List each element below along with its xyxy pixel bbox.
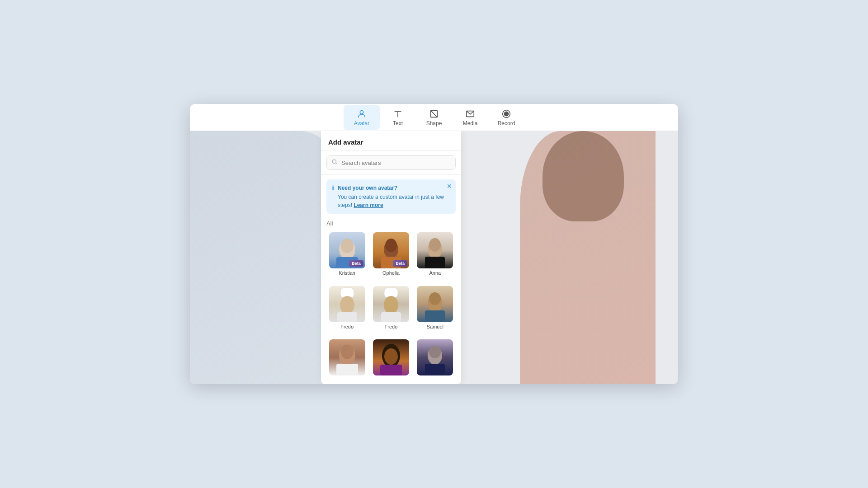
search-input[interactable] [341,160,451,166]
info-banner: ℹ Need your own avatar? You can create a… [326,179,456,214]
toolbar-item-shape[interactable]: Shape [416,105,452,130]
search-box[interactable] [326,155,456,170]
fredo2-avatar-svg [373,286,409,322]
toolbar: Avatar Text Shape [190,104,678,131]
avatar-image-fredo2 [373,286,409,322]
avatar-name-samuel: Samuel [427,324,443,329]
avatar-image-woman2 [373,339,409,375]
svg-point-17 [429,238,441,252]
section-label: All [321,218,461,230]
toolbar-label-shape: Shape [426,120,442,127]
svg-rect-18 [425,257,445,268]
svg-rect-30 [336,364,358,375]
svg-point-14 [385,239,397,252]
svg-point-29 [341,345,354,359]
toolbar-item-record[interactable]: Record [488,105,524,130]
avatar-card-ophelia[interactable]: Beta Ophelia [369,230,412,282]
svg-point-6 [504,112,508,116]
svg-point-23 [384,296,398,314]
media-icon [465,108,476,119]
beta-badge-ophelia: Beta [393,260,407,267]
avatar-image-kristian: Beta [329,232,365,268]
toolbar-label-text: Text [393,120,403,127]
toolbar-item-text[interactable]: Text [380,105,416,130]
avatar-icon [356,108,367,119]
banner-title: Need your own avatar? [338,184,450,192]
woman2-avatar-svg [373,339,409,375]
toolbar-label-record: Record [498,120,515,127]
avatar-card-samuel[interactable]: Samuel [414,283,457,336]
add-avatar-panel: Add avatar ℹ Need your own avatar? [321,131,461,384]
toolbar-item-media[interactable]: Media [452,105,488,130]
avatar-name-kristian: Kristian [339,270,355,276]
shape-icon [429,108,439,119]
svg-rect-24 [381,312,401,322]
avatar-name-anna: Anna [429,270,441,276]
avatar-image-anna [417,232,453,268]
svg-rect-27 [425,310,445,322]
banner-learn-more-link[interactable]: Learn more [354,202,383,208]
avatar-card-anna[interactable]: Anna [414,230,457,282]
samuel-avatar-svg [417,286,453,322]
toolbar-item-avatar[interactable]: Avatar [344,105,380,130]
svg-point-32 [384,348,398,365]
canvas-area: Add avatar ℹ Need your own avatar? [190,131,678,384]
toolbar-label-media: Media [463,120,478,127]
svg-rect-21 [337,312,357,322]
bg-avatar-right [520,131,656,384]
svg-point-26 [429,292,441,305]
avatar-name-fredo1: Fredo [340,324,354,329]
fredo1-avatar-svg [329,286,365,322]
avatar-name-fredo2: Fredo [385,324,398,329]
svg-rect-36 [425,364,445,375]
avatar-card-woman3[interactable] [414,337,457,384]
app-window: Avatar Text Shape [190,104,678,384]
toolbar-label-avatar: Avatar [354,120,369,127]
woman1-avatar-svg [329,339,365,375]
avatar-name-ophelia: Ophelia [382,270,400,276]
avatar-image-fredo1 [329,286,365,322]
avatar-image-ophelia: Beta [373,232,409,268]
banner-close-icon[interactable]: ✕ [447,183,452,189]
svg-point-11 [341,239,354,253]
avatar-card-woman2[interactable] [369,337,412,384]
avatar-card-fredo2[interactable]: Fredo [369,283,412,336]
info-text-content: Need your own avatar? You can create a c… [338,184,450,209]
search-wrap [321,151,461,175]
avatar-card-woman1[interactable] [326,337,368,384]
panel-title: Add avatar [321,131,461,151]
svg-point-20 [340,296,354,314]
svg-point-35 [429,346,441,358]
anna-avatar-svg [417,232,453,268]
avatar-image-woman3 [417,339,453,375]
avatar-card-kristian[interactable]: Beta Kristian [326,230,368,282]
avatar-card-fredo1[interactable]: Fredo [326,283,368,336]
svg-line-9 [336,163,337,164]
woman3-avatar-svg [417,339,453,375]
info-icon: ℹ [332,184,334,192]
avatar-image-samuel [417,286,453,322]
avatar-image-woman1 [329,339,365,375]
text-icon [392,108,403,119]
search-icon [331,159,338,167]
svg-point-0 [360,110,363,113]
svg-point-8 [332,160,336,163]
beta-badge-kristian: Beta [349,260,363,267]
svg-line-4 [431,110,438,117]
record-icon [501,108,512,119]
avatar-grid: Beta Kristian Beta Ophelia [321,230,461,384]
svg-rect-33 [380,365,402,375]
